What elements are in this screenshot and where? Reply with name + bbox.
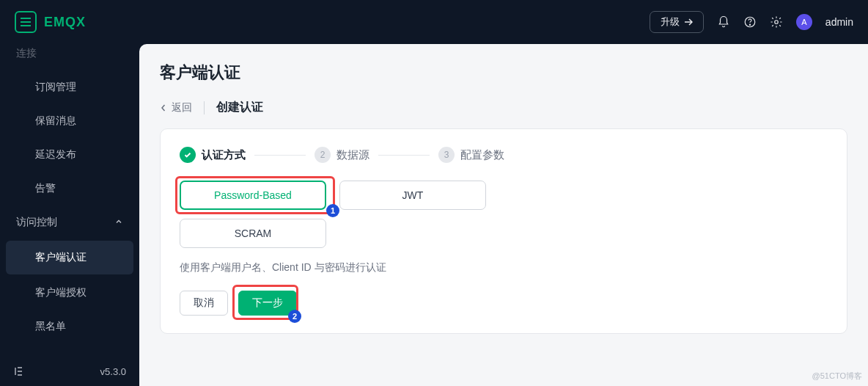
sidebar-group-label: 访问控制 [16,216,57,229]
step-2: 2 数据源 [315,147,369,163]
chevron-left-icon [160,103,167,112]
avatar[interactable]: A [796,14,812,30]
bell-icon[interactable] [717,15,730,29]
chevron-up-icon [114,216,123,228]
step-2-num: 2 [315,147,331,163]
watermark: @51CTO博客 [812,371,862,382]
back-label: 返回 [172,101,192,114]
check-icon [180,147,196,163]
step-connector [254,155,306,156]
crumb-title: 创建认证 [216,100,263,115]
sidebar-item-banned[interactable]: 黑名单 [0,310,139,343]
brand-text: EMQX [44,15,86,30]
help-icon[interactable] [743,15,757,29]
cancel-button[interactable]: 取消 [180,291,228,316]
step-2-label: 数据源 [336,148,369,162]
top-actions: 升级 A admin [650,11,853,33]
svg-point-1 [749,24,750,25]
step-3-label: 配置参数 [460,148,504,162]
divider [204,101,205,114]
wizard-actions: 取消 下一步 [180,291,828,316]
sidebar-item-authz[interactable]: 客户端授权 [0,276,139,310]
username-label: admin [825,16,853,28]
option-password[interactable]: Password-Based [180,181,326,210]
sidebar-group-access[interactable]: 访问控制 [0,205,139,239]
annotation-badge-1: 1 [326,204,339,217]
breadcrumb: 返回 创建认证 [160,100,847,115]
step-1: 认证方式 [180,147,246,163]
option-scram[interactable]: SCRAM [180,219,326,248]
upgrade-label: 升级 [661,15,680,29]
brand-area: EMQX [15,11,86,33]
sidebar: 连接 订阅管理 保留消息 延迟发布 告警 访问控制 客户端认证 客户端授权 黑名… [0,44,139,386]
step-3-num: 3 [438,147,455,163]
logo-icon [15,11,37,33]
sidebar-item-retained[interactable]: 保留消息 [0,104,139,138]
option-jwt[interactable]: JWT [339,181,486,210]
annotation-badge-2: 2 [288,310,301,323]
auth-options-row1: Password-Based JWT [180,181,828,210]
sidebar-item-cut[interactable]: 连接 [0,44,139,70]
sidebar-item-alarm[interactable]: 告警 [0,172,139,205]
step-indicator: 认证方式 2 数据源 3 配置参数 [180,147,828,163]
top-bar: EMQX 升级 A admin [0,0,868,44]
option-description: 使用客户端用户名、Client ID 与密码进行认证 [180,261,828,274]
next-button[interactable]: 下一步 [238,291,297,316]
version-label: v5.3.0 [100,366,126,377]
auth-options-row2: SCRAM [180,219,828,248]
collapse-icon[interactable] [13,365,25,377]
step-1-label: 认证方式 [202,148,246,162]
sidebar-item-subscriptions[interactable]: 订阅管理 [0,70,139,104]
sidebar-footer: v5.3.0 [0,357,139,386]
gear-icon[interactable] [770,15,783,29]
main-content: 客户端认证 返回 创建认证 认证方式 2 数据源 [139,44,868,386]
step-3: 3 配置参数 [438,147,504,163]
wizard-card: 认证方式 2 数据源 3 配置参数 Password-Based JWT [160,128,847,334]
back-button[interactable]: 返回 [160,101,192,114]
svg-point-2 [775,21,779,24]
upgrade-button[interactable]: 升级 [650,11,704,33]
arrow-right-icon [684,18,693,26]
sidebar-item-delayed[interactable]: 延迟发布 [0,138,139,172]
page-title: 客户端认证 [160,62,847,84]
sidebar-item-authn[interactable]: 客户端认证 [6,241,133,274]
step-connector [378,155,430,156]
